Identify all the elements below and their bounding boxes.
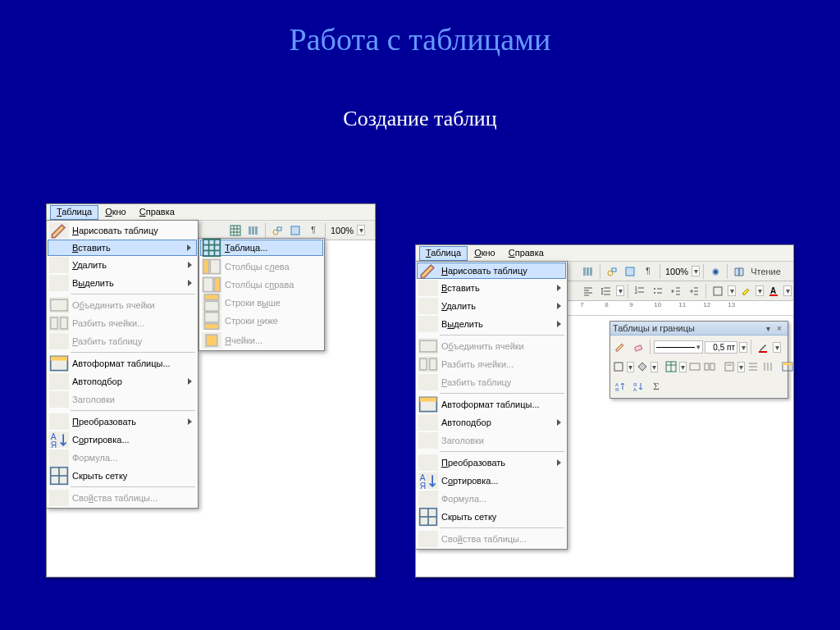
menu-item-insert[interactable]: Вставить (417, 279, 566, 297)
dropdown-icon[interactable]: ▾ (679, 362, 687, 372)
svg-rect-31 (204, 301, 218, 311)
columns-icon[interactable] (245, 222, 262, 239)
menu-item-hide-grid[interactable]: Скрыть сетку (48, 467, 197, 485)
menu-item-delete[interactable]: Удалить (48, 256, 197, 274)
menu-item-autofit[interactable]: Автоподбор (417, 413, 566, 431)
line-style-dropdown[interactable]: ▾ (654, 340, 703, 354)
menu-item-draw-table[interactable]: Нарисовать таблицу (48, 221, 197, 240)
map-icon[interactable] (287, 222, 304, 239)
zoom-dropdown-icon[interactable]: ▾ (692, 266, 700, 276)
indent-icon[interactable] (686, 283, 702, 299)
svg-text:Я: Я (615, 387, 619, 392)
dropdown-icon[interactable]: ▾ (756, 285, 764, 296)
zoom-value[interactable]: 100% (664, 267, 690, 276)
drawing-icon[interactable] (604, 263, 620, 280)
submenu-item-rows-below: Строки ниже (200, 312, 323, 330)
map-icon[interactable] (622, 263, 638, 280)
menu-item-split-cells: Разбить ячейки... (48, 314, 197, 332)
tables-borders-toolbar[interactable]: Таблицы и границы ▾ × ▾ 0,5 пт ▾ ▾ ▾ ▾ (609, 321, 788, 399)
pilcrow-icon[interactable]: ¶ (305, 222, 322, 239)
menubar-item-help[interactable]: Справка (133, 205, 181, 220)
line-weight[interactable]: 0,5 пт (705, 341, 737, 354)
menu-item-delete[interactable]: Удалить (417, 297, 566, 315)
menu-item-autoformat[interactable]: Автоформат таблицы... (48, 354, 197, 372)
dropdown-icon[interactable]: ▾ (739, 342, 747, 353)
menu-item-convert[interactable]: Преобразовать (417, 454, 566, 472)
menu-item-select[interactable]: Выделить (48, 274, 197, 292)
floatbar-title: Таблицы и границы (613, 323, 695, 333)
font-color-icon[interactable]: A (765, 283, 782, 299)
outdent-icon[interactable] (668, 283, 684, 299)
chevron-down-icon[interactable]: ▾ (762, 324, 774, 333)
svg-rect-66 (420, 358, 427, 370)
distribute-cols-icon[interactable] (761, 358, 774, 375)
menubar-item-help[interactable]: Справка (502, 246, 550, 261)
svg-rect-69 (420, 397, 437, 401)
insert-table-icon[interactable] (664, 358, 678, 375)
bullet-list-icon[interactable] (650, 283, 666, 299)
help-icon[interactable]: ◉ (707, 263, 724, 280)
floatbar-titlebar[interactable]: Таблицы и границы ▾ × (610, 322, 788, 336)
eraser-icon[interactable] (630, 339, 646, 355)
dropdown-icon[interactable]: ▾ (773, 342, 781, 353)
sort-desc-icon[interactable]: ЯА (630, 378, 646, 395)
table-icon[interactable] (227, 222, 244, 239)
autosum-icon[interactable]: Σ (648, 378, 664, 395)
svg-rect-12 (51, 317, 58, 329)
dropdown-icon[interactable]: ▾ (783, 285, 792, 296)
zoom-dropdown-icon[interactable]: ▾ (357, 225, 365, 235)
split-cells-icon[interactable] (703, 358, 716, 375)
menubar-item-window[interactable]: Окно (98, 205, 133, 220)
menu-item-sort[interactable]: АЯ Сортировка... (48, 431, 197, 449)
grid-icon (49, 468, 69, 484)
sort-asc-icon[interactable]: АЯ (612, 378, 628, 395)
svg-rect-83 (710, 363, 714, 370)
menubar-item-table[interactable]: Таблица (50, 205, 98, 220)
borders-icon[interactable] (612, 358, 625, 375)
menubar-item-window[interactable]: Окно (468, 246, 502, 261)
sort-icon: АЯ (418, 472, 438, 489)
fill-color-icon[interactable] (636, 358, 649, 375)
menu-item-autoformat[interactable]: Автоформат таблицы... (417, 395, 566, 413)
line-spacing-icon[interactable] (598, 283, 614, 299)
align-left-icon[interactable] (580, 283, 596, 299)
menu-item-sort[interactable]: АЯ Сортировка... (417, 472, 566, 490)
dropdown-icon[interactable]: ▾ (728, 285, 736, 296)
svg-point-52 (654, 288, 655, 290)
dropdown-icon[interactable]: ▾ (737, 362, 745, 372)
book-icon[interactable] (731, 263, 747, 280)
menu-item-draw-table[interactable]: Нарисовать таблицу (417, 262, 566, 279)
svg-rect-33 (204, 323, 218, 329)
merge-icon[interactable] (688, 358, 701, 375)
dropdown-icon[interactable]: ▾ (627, 362, 634, 372)
menu-item-insert[interactable]: Вставить (48, 240, 197, 256)
highlight-icon[interactable] (737, 283, 754, 299)
screenshot-insert-submenu: Таблица Окно Справка ¶ 100% ▾ Нарисовать… (46, 203, 376, 578)
pencil-icon[interactable] (612, 339, 628, 355)
svg-rect-40 (626, 267, 634, 276)
pilcrow-icon[interactable]: ¶ (640, 263, 656, 280)
merge-icon (49, 297, 69, 313)
menu-item-convert[interactable]: Преобразовать (48, 413, 197, 431)
menu-item-select[interactable]: Выделить (417, 315, 566, 333)
distribute-rows-icon[interactable] (746, 358, 760, 375)
align-cell-icon[interactable] (723, 358, 736, 375)
borders-icon[interactable] (710, 283, 726, 299)
slide-title: Работа с таблицами (0, 0, 840, 57)
close-icon[interactable]: × (774, 324, 785, 333)
svg-rect-75 (635, 345, 642, 351)
autoformat-icon[interactable] (781, 358, 794, 375)
submenu-item-table[interactable]: Таблица... (200, 240, 323, 256)
menubar-item-table[interactable]: Таблица (419, 246, 468, 261)
drawing-icon[interactable] (269, 222, 285, 239)
numbered-list-icon[interactable]: 12 (632, 283, 648, 299)
pen-color-icon[interactable] (755, 339, 771, 355)
dropdown-icon[interactable]: ▾ (651, 362, 658, 372)
svg-rect-10 (291, 226, 299, 235)
dropdown-icon[interactable]: ▾ (616, 285, 624, 296)
menu-item-autofit[interactable]: Автоподбор (48, 372, 197, 390)
columns-icon[interactable] (580, 263, 596, 280)
reading-button[interactable]: Чтение (749, 267, 781, 276)
zoom-value[interactable]: 100% (329, 226, 355, 235)
menu-item-hide-grid[interactable]: Скрыть сетку (417, 508, 566, 526)
